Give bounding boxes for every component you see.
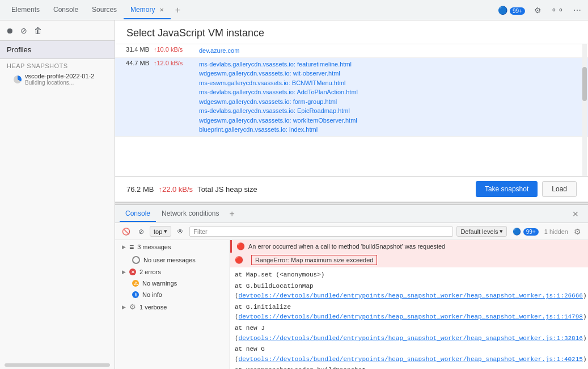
console-settings-icon[interactable]: ⚙ [572, 226, 583, 237]
sidebar-item-label: 3 messages [137, 244, 171, 250]
log-level-selector[interactable]: Default levels ▾ [456, 226, 507, 237]
sidebar-item-label: No info [142, 291, 162, 298]
url-size-1: 31.4 MB [120, 46, 154, 53]
eye-icon[interactable]: 👁 [175, 227, 186, 237]
add-console-tab-icon[interactable]: + [225, 207, 239, 221]
gear-verbose-icon: ⚙ [129, 303, 136, 311]
console-body: ▶ ≡ 3 messages No user messages ▶ ✕ 2 er… [115, 240, 588, 369]
error-red-icon: ✕ [129, 269, 136, 275]
sidebar-scrollbar[interactable] [5, 363, 110, 367]
close-memory-tab-icon[interactable]: ✕ [159, 7, 164, 13]
add-tab-icon[interactable]: + [171, 3, 185, 18]
sidebar-item-label: No user messages [143, 257, 196, 263]
url-link-feature[interactable]: ms-devlabs.gallerycdn.vsassets.io: featu… [199, 60, 583, 69]
close-console-panel-icon[interactable]: ✕ [568, 207, 583, 221]
main-layout: ⏺ ⊘ 🗑 Profiles HEAP SNAPSHOTS vscode-pro… [0, 20, 588, 369]
stack-link-4[interactable]: devtools://devtools/bundled/entrypoints/… [239, 356, 583, 363]
url-list-scrollbar[interactable] [582, 44, 587, 176]
profile-name: vscode-profile-2022-01-2 [25, 73, 94, 79]
hidden-count: 1 hidden [544, 228, 568, 235]
badge-console-button[interactable]: 🔵 99+ [510, 227, 540, 237]
url-links-2: ms-devlabs.gallerycdn.vsassets.io: featu… [199, 60, 583, 135]
stack-link-3[interactable]: devtools://devtools/bundled/entrypoints/… [239, 335, 583, 342]
url-scrollbar-thumb [582, 67, 587, 101]
sidebar-item-no-info[interactable]: ℹ No info [115, 289, 230, 300]
more-options-icon[interactable]: ⋯ [571, 3, 583, 17]
url-list-row: 31.4 MB ↑10.0 kB/s dev.azure.com [115, 44, 588, 58]
tab-console-bottom[interactable]: Console [120, 206, 156, 222]
info-blue-icon: ℹ [132, 291, 139, 298]
tab-sources[interactable]: Sources [85, 1, 124, 19]
stack-line-4: at new J (devtools://devtools/bundled/en… [235, 323, 583, 344]
url-link-workitem[interactable]: wdgeswm.gallerycdn.vsassets.io: workItem… [199, 116, 583, 125]
filter-input[interactable] [189, 227, 453, 237]
clear-console-button[interactable]: 🚫 [120, 227, 133, 237]
url-link-addplan[interactable]: ms-devlabs.gallerycdn.vsassets.io: AddTo… [199, 87, 583, 97]
error-circle-icon-1: 🔴 [236, 242, 245, 250]
record-button[interactable]: ⏺ [5, 25, 15, 36]
url-link[interactable]: dev.azure.com [199, 46, 583, 56]
sidebar-item-no-user[interactable]: No user messages [115, 254, 230, 266]
delete-button[interactable]: 🗑 [33, 25, 43, 36]
url-list[interactable]: 31.4 MB ↑10.0 kB/s dev.azure.com 44.7 MB… [115, 44, 588, 176]
content-area: Select JavaScript VM instance 31.4 MB ↑1… [115, 20, 588, 369]
console-error-row-2: 🔴 RangeError: Map maximum size exceeded [230, 253, 588, 267]
customize-icon[interactable]: ⚬⚬ [548, 3, 566, 17]
console-tab-bar: Console Network conditions + ✕ [115, 205, 588, 223]
list-icon: ≡ [129, 242, 134, 251]
tab-network-conditions[interactable]: Network conditions [156, 206, 225, 222]
url-links-1: dev.azure.com [199, 46, 583, 56]
chevron-down-icon: ▾ [164, 228, 167, 235]
url-link-formgroup[interactable]: wdgeswm.gallerycdn.vsassets.io: form-gro… [199, 97, 583, 107]
profiles-label: Profiles [0, 41, 115, 59]
sidebar-item-verbose[interactable]: ▶ ⚙ 1 verbose [115, 300, 230, 313]
sidebar-item-errors[interactable]: ▶ ✕ 2 errors [115, 266, 230, 278]
stack-link-2[interactable]: devtools://devtools/bundled/entrypoints/… [239, 313, 583, 320]
url-list-row-highlighted: 44.7 MB ↑12.0 kB/s ms-devlabs.gallerycdn… [115, 58, 588, 137]
devtools-icon-group: 🔵 99+ ⚙ ⚬⚬ ⋯ [496, 3, 583, 17]
tab-console[interactable]: Console [46, 1, 85, 19]
total-label: Total JS heap size [197, 185, 257, 194]
url-link-bcn[interactable]: ms-eswm.gallerycdn.vsassets.io: BCNWITMe… [199, 78, 583, 88]
url-link-epic[interactable]: ms-devlabs.gallerycdn.vsassets.io: EpicR… [199, 106, 583, 116]
memory-stats-bar: 76.2 MB ↑22.0 kB/s Total JS heap size Ta… [115, 177, 588, 202]
url-link-wit[interactable]: wdgeswm.gallerycdn.vsassets.io: wit-obse… [199, 69, 583, 78]
stack-line-5: at new G (devtools://devtools/bundled/en… [235, 344, 583, 365]
stop-button[interactable]: ⊘ [19, 25, 28, 36]
tab-memory[interactable]: Memory ✕ [124, 1, 171, 19]
sidebar-scroll-area [0, 88, 115, 369]
console-output: 🔴 An error occurred when a call to metho… [230, 240, 588, 369]
context-selector[interactable]: top ▾ [150, 226, 171, 237]
expand-arrow-icon: ▶ [122, 269, 126, 275]
tab-elements[interactable]: Elements [5, 1, 46, 19]
rangeerror-highlight: RangeError: Map maximum size exceeded [251, 255, 377, 265]
filter-icon[interactable]: ⊘ [136, 227, 146, 237]
url-speed-2: ↑12.0 kB/s [154, 60, 199, 66]
sidebar: ⏺ ⊘ 🗑 Profiles HEAP SNAPSHOTS vscode-pro… [0, 20, 115, 369]
sidebar-item-messages[interactable]: ▶ ≡ 3 messages [115, 240, 230, 254]
badge-button[interactable]: 🔵 99+ [496, 3, 527, 17]
sidebar-item-label: 2 errors [139, 269, 161, 275]
stack-line-1: at Map.set (<anonymous>) [235, 270, 583, 281]
chevron-down-icon-levels: ▾ [500, 228, 503, 235]
url-speed-1: ↑10.0 kB/s [154, 46, 199, 53]
sidebar-item-no-warnings[interactable]: ⚠ No warnings [115, 278, 230, 289]
console-panel: Console Network conditions + ✕ 🚫 ⊘ top ▾… [115, 204, 588, 369]
loading-icon [14, 76, 22, 83]
console-error-bar-1: 🔴 An error occurred when a call to metho… [230, 240, 588, 253]
url-size-2: 44.7 MB [120, 60, 154, 66]
profile-item[interactable]: vscode-profile-2022-01-2 Building locati… [0, 70, 115, 88]
load-button[interactable]: Load [542, 181, 577, 197]
circle-outline-icon [132, 256, 140, 264]
settings-icon[interactable]: ⚙ [532, 3, 544, 17]
stack-line-3: at G.initialize (devtools://devtools/bun… [235, 302, 583, 323]
total-size: 76.2 MB [126, 185, 154, 194]
take-snapshot-button[interactable]: Take snapshot [476, 181, 538, 197]
profile-status: Building locations... [25, 79, 94, 86]
console-toolbar: 🚫 ⊘ top ▾ 👁 Default levels ▾ 🔵 99+ 1 hid… [115, 223, 588, 240]
url-link-blueprint[interactable]: blueprint.gallerycdn.vsassets.io: index.… [199, 125, 583, 135]
url-list-container: 31.4 MB ↑10.0 kB/s dev.azure.com 44.7 MB… [115, 44, 588, 177]
stack-link-1[interactable]: devtools://devtools/bundled/entrypoints/… [239, 292, 583, 299]
sidebar-toolbar: ⏺ ⊘ 🗑 [0, 20, 115, 41]
devtools-tab-bar: Elements Console Sources Memory ✕ + 🔵 99… [0, 0, 588, 20]
